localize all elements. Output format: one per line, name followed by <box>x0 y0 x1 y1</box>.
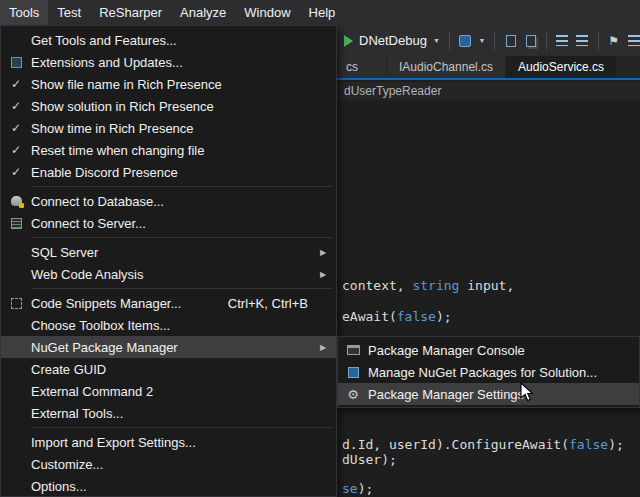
menu-separator <box>31 186 332 187</box>
menu-item-label: Show file name in Rich Presence <box>31 77 222 92</box>
extensions-icon <box>1 57 31 68</box>
menubar-item-tools[interactable]: Tools <box>0 0 48 25</box>
tab-iaudiochannel[interactable]: IAudioChannel.cs <box>387 56 505 78</box>
bookmark-list-button[interactable] <box>627 32 640 50</box>
code-token: ); <box>358 481 374 496</box>
menu-item-options[interactable]: Options... <box>1 475 336 497</box>
menu-item-customize[interactable]: Customize... <box>1 453 336 475</box>
code-token-keyword: se <box>342 481 358 496</box>
menu-item-label: Get Tools and Features... <box>31 33 177 48</box>
menu-item-external-tools[interactable]: External Tools... <box>1 402 336 424</box>
database-icon <box>1 196 31 206</box>
submenu-arrow-icon: ▶ <box>314 270 332 279</box>
menu-item-label: Package Manager Console <box>368 343 525 358</box>
toolbar-separator <box>494 32 495 50</box>
menu-item-import-and-export-settings[interactable]: Import and Export Settings... <box>1 431 336 453</box>
start-debug-button[interactable]: DNetDebug ▼ <box>344 33 440 48</box>
menu-item-label: Package Manager Settings <box>368 387 524 402</box>
submenu-arrow-icon: ▶ <box>314 248 332 257</box>
code-line: se); <box>342 481 373 496</box>
menu-separator <box>31 427 332 428</box>
code-token: d.Id, userId).ConfigureAwait( <box>342 437 569 452</box>
menu-separator <box>31 288 332 289</box>
submenu-arrow-icon: ▶ <box>314 343 332 352</box>
menubar-item-analyze[interactable]: Analyze <box>171 0 235 25</box>
code-token: dUser); <box>342 452 397 467</box>
server-icon <box>1 218 31 229</box>
menu-item-shortcut: Ctrl+K, Ctrl+B <box>228 296 314 311</box>
check-icon: ✓ <box>1 77 31 91</box>
menu-item-label: Enable Discord Presence <box>31 165 178 180</box>
menubar-label: Help <box>309 5 336 20</box>
menu-item-show-time-rich-presence[interactable]: ✓ Show time in Rich Presence <box>1 117 336 139</box>
code-line: context, string input, <box>342 278 514 293</box>
tab-audioservice[interactable]: AudioService.cs <box>506 56 616 78</box>
chevron-down-icon[interactable]: ▼ <box>479 37 486 44</box>
tab-document-1[interactable]: cs <box>338 56 386 78</box>
attach-debugger-button[interactable] <box>459 32 472 50</box>
menu-item-label: Code Snippets Manager... <box>31 296 181 311</box>
code-token-keyword: string <box>412 278 459 293</box>
mouse-cursor <box>520 382 536 404</box>
indent-button[interactable] <box>576 32 589 50</box>
menu-item-label: Show time in Rich Presence <box>31 121 194 136</box>
menu-item-external-command-2[interactable]: External Command 2 <box>1 380 336 402</box>
menubar-item-test[interactable]: Test <box>48 0 90 25</box>
new-file-button[interactable] <box>504 32 517 50</box>
outdent-icon <box>556 35 568 46</box>
outdent-button[interactable] <box>556 32 569 50</box>
toolbar-separator <box>598 32 599 50</box>
menu-item-label: Create GUID <box>31 362 106 377</box>
code-line: eAwait(false); <box>342 309 452 324</box>
member-dropdown-text: dUserTypeReader <box>344 84 441 98</box>
menubar-item-resharper[interactable]: ReSharper <box>90 0 171 25</box>
tab-label: cs <box>346 60 358 74</box>
tab-label: AudioService.cs <box>518 60 604 74</box>
menu-item-label: Customize... <box>31 457 103 472</box>
code-token-keyword: false <box>569 437 608 452</box>
check-icon: ✓ <box>1 165 31 179</box>
menu-item-label: Show solution in Rich Presence <box>31 99 214 114</box>
menubar-label: Tools <box>9 5 39 20</box>
menu-item-extensions-and-updates[interactable]: Extensions and Updates... <box>1 51 336 73</box>
open-file-button[interactable] <box>524 32 537 50</box>
submenu-item-manage-nuget-packages-for-solution[interactable]: Manage NuGet Packages for Solution... <box>338 361 639 383</box>
menu-item-show-file-name-rich-presence[interactable]: ✓ Show file name in Rich Presence <box>1 73 336 95</box>
menu-item-get-tools-and-features[interactable]: Get Tools and Features... <box>1 29 336 51</box>
code-token: eAwait( <box>342 309 397 324</box>
submenu-item-package-manager-settings[interactable]: ⚙ Package Manager Settings <box>338 383 639 405</box>
menu-item-reset-time-when-changing-file[interactable]: ✓ Reset time when changing file <box>1 139 336 161</box>
indent-icon <box>576 35 588 46</box>
menu-item-sql-server[interactable]: SQL Server ▶ <box>1 241 336 263</box>
check-icon: ✓ <box>1 99 31 113</box>
document-icon <box>506 35 516 47</box>
menu-item-choose-toolbox-items[interactable]: Choose Toolbox Items... <box>1 314 336 336</box>
menu-item-label: External Tools... <box>31 406 123 421</box>
menu-item-show-solution-rich-presence[interactable]: ✓ Show solution in Rich Presence <box>1 95 336 117</box>
menu-item-label: Manage NuGet Packages for Solution... <box>368 365 597 380</box>
tab-label: IAudioChannel.cs <box>399 60 493 74</box>
menubar-item-window[interactable]: Window <box>235 0 299 25</box>
code-token-keyword: false <box>397 309 436 324</box>
menu-item-label: Options... <box>31 479 87 494</box>
menu-item-connect-to-database[interactable]: Connect to Database... <box>1 190 336 212</box>
tools-menu-dropdown: Get Tools and Features... Extensions and… <box>0 25 337 497</box>
code-token: ); <box>608 437 624 452</box>
menu-item-connect-to-server[interactable]: Connect to Server... <box>1 212 336 234</box>
nuget-package-manager-submenu: Package Manager Console Manage NuGet Pac… <box>337 336 640 408</box>
code-line: dUser); <box>342 452 397 467</box>
menu-item-web-code-analysis[interactable]: Web Code Analysis ▶ <box>1 263 336 285</box>
menu-item-label: Extensions and Updates... <box>31 55 183 70</box>
menubar-item-help[interactable]: Help <box>300 0 345 25</box>
menu-item-create-guid[interactable]: Create GUID <box>1 358 336 380</box>
menu-item-label: External Command 2 <box>31 384 153 399</box>
submenu-item-package-manager-console[interactable]: Package Manager Console <box>338 339 639 361</box>
toggle-bookmark-button[interactable]: ⚑ <box>607 32 620 50</box>
menu-item-label: SQL Server <box>31 245 98 260</box>
menu-item-code-snippets-manager[interactable]: Code Snippets Manager... Ctrl+K, Ctrl+B <box>1 292 336 314</box>
menu-item-enable-discord-presence[interactable]: ✓ Enable Discord Presence <box>1 161 336 183</box>
menu-item-label: Web Code Analysis <box>31 267 144 282</box>
toolbar-separator <box>546 32 547 50</box>
menubar-label: Test <box>57 5 81 20</box>
menu-item-nuget-package-manager[interactable]: NuGet Package Manager ▶ <box>1 336 336 358</box>
